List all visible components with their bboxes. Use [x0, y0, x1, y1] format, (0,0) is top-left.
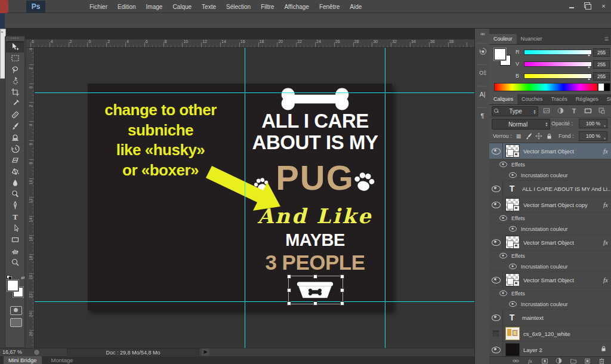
default-colors-icon[interactable] [7, 275, 12, 279]
lock-all-icon[interactable] [545, 132, 553, 140]
fill-value[interactable]: 100 %▼ [579, 131, 607, 141]
layers-panel-tab-réglages[interactable]: Réglages [572, 94, 603, 104]
lasso-tool[interactable] [6, 64, 24, 75]
quick-mask-mode-icon[interactable] [10, 306, 22, 315]
layer-row[interactable]: Vector Smart Objectfx [489, 272, 611, 288]
move-tool[interactable] [6, 41, 24, 53]
layer-row[interactable]: Vector Smart Objectfx [489, 143, 611, 159]
text-layer-icon[interactable]: T [505, 183, 519, 195]
layer-visibility-toggle[interactable] [489, 181, 503, 196]
spectrum-black-swatch[interactable] [604, 83, 610, 91]
layer-thumbnail[interactable] [505, 343, 520, 356]
transform-handle[interactable] [340, 301, 344, 306]
link-layers-icon[interactable] [511, 357, 520, 364]
panel-menu-icon[interactable]: ☰ [604, 34, 611, 44]
layer-row[interactable]: Layer 2 [489, 342, 611, 356]
smart-object-filter-icon[interactable] [597, 106, 606, 115]
layer-visibility-toggle[interactable] [489, 342, 503, 356]
slider-thumb-icon[interactable]: ▲ [587, 65, 591, 69]
document-canvas[interactable]: change to othersubnichelike «husky»or «b… [88, 84, 392, 310]
layer-row[interactable]: Vector Smart Object copyfx [489, 197, 611, 213]
canvas-workspace[interactable]: change to othersubnichelike «husky»or «b… [35, 48, 474, 348]
layer-thumbnail[interactable] [505, 198, 520, 211]
layer-style-icon[interactable]: fx [526, 357, 535, 364]
bottom-tab-mini-bridge[interactable]: Mini Bridge [4, 356, 42, 364]
menu-item-calque[interactable]: Calque [171, 2, 193, 11]
color-panel-tab-nuancier[interactable]: Nuancier [517, 34, 547, 44]
lock-transparency-icon[interactable]: ▦ [514, 132, 523, 140]
lock-position-icon[interactable] [535, 132, 543, 140]
transform-handle[interactable] [287, 301, 291, 306]
swap-colors-icon[interactable]: ⇄ [21, 275, 25, 280]
color-overlay-row[interactable]: Incrustation couleur [489, 224, 611, 235]
layer-visibility-toggle[interactable] [489, 235, 503, 250]
layer-row[interactable]: cs_6x9_120_white [489, 326, 611, 342]
menu-item-fichier[interactable]: Fichier [88, 2, 109, 11]
layer-row[interactable]: Tmaintext [489, 310, 611, 326]
menu-item-texte[interactable]: Texte [200, 2, 217, 11]
menu-item-image[interactable]: Image [145, 2, 164, 11]
transform-handle[interactable] [313, 301, 317, 306]
foreground-color-swatch[interactable] [494, 48, 506, 60]
slider-track[interactable] [524, 50, 592, 55]
bottom-tab-montage[interactable]: Montage [47, 356, 78, 364]
layer-thumbnail[interactable] [505, 327, 520, 340]
layer-thumbnail[interactable] [505, 236, 520, 249]
delete-layer-icon[interactable] [597, 357, 606, 364]
slider-value[interactable]: 255 [593, 60, 610, 69]
layer-effects-row[interactable]: Effets [489, 213, 611, 224]
guide-horizontal-1[interactable] [35, 92, 474, 93]
transform-handle[interactable] [313, 274, 317, 279]
blur-tool[interactable] [6, 177, 24, 189]
foreground-color-swatch[interactable] [7, 280, 18, 291]
layer-fx-badge[interactable]: fx [603, 147, 608, 155]
marquee-tool[interactable] [6, 53, 24, 64]
slider-thumb-icon[interactable]: ▲ [587, 77, 591, 81]
color-spectrum-ramp[interactable] [494, 83, 598, 91]
pixel-layer-filter-icon[interactable] [542, 106, 551, 115]
layer-visibility-toggle[interactable] [489, 143, 503, 159]
vertical-ruler[interactable]: 4202468101214161820222426 [26, 48, 35, 348]
restore-button[interactable] [582, 2, 593, 10]
hand-tool[interactable] [6, 245, 24, 257]
new-layer-icon[interactable] [583, 357, 592, 364]
color-overlay-row[interactable]: Incrustation couleur [489, 299, 611, 310]
text-layer-icon[interactable]: T [505, 311, 519, 323]
layer-filter-dropdown[interactable]: Type ▲▼ [492, 106, 538, 116]
slider-track[interactable] [524, 61, 592, 67]
zoom-level[interactable]: 16,67 % [2, 349, 22, 355]
eraser-tool[interactable] [6, 155, 24, 166]
layer-fx-badge[interactable]: fx [603, 239, 608, 246]
layers-panel-tab-calques[interactable]: Calques [489, 94, 517, 104]
layer-row[interactable]: TALL I CARE ABOUT IS MY And Li... [489, 181, 611, 197]
layer-effects-row[interactable]: Effets [489, 251, 611, 261]
shape-layer-filter-icon[interactable] [583, 106, 593, 115]
close-button[interactable]: × [598, 2, 609, 10]
color-overlay-row[interactable]: Incrustation couleur [489, 261, 611, 272]
layer-visibility-toggle[interactable] [489, 310, 503, 325]
zoom-tool[interactable] [6, 257, 24, 268]
opacity-value[interactable]: 100 %▼ [579, 119, 607, 128]
brush-tool[interactable] [6, 121, 24, 132]
slider-track[interactable] [524, 73, 592, 79]
blend-mode-dropdown[interactable]: Normal ▲▼ [492, 119, 550, 129]
history-icon[interactable] [475, 44, 490, 58]
menu-item-affichage[interactable]: Affichage [283, 2, 310, 11]
menu-item-sélection[interactable]: Sélection [225, 2, 252, 11]
shape-tool[interactable] [6, 234, 24, 245]
path-selection-tool[interactable] [6, 223, 24, 234]
transform-handle[interactable] [287, 274, 291, 279]
status-sync-icon[interactable] [33, 349, 40, 356]
panel-grip[interactable]: •••• [5, 36, 24, 41]
layer-row[interactable]: Vector Smart Objectfx [489, 235, 611, 251]
clone-stamp-tool[interactable] [6, 132, 24, 143]
layer-group-icon[interactable] [569, 357, 578, 364]
menu-item-filtre[interactable]: Filtre [260, 2, 275, 11]
lock-pixels-icon[interactable] [524, 132, 533, 140]
layer-thumbnail[interactable] [505, 144, 520, 158]
layer-visibility-toggle[interactable] [489, 197, 503, 212]
layer-effects-row[interactable]: Effets [489, 288, 611, 299]
guide-horizontal-2[interactable] [35, 301, 474, 302]
crop-tool[interactable] [6, 87, 24, 98]
slider-value[interactable]: 255 [593, 48, 610, 57]
